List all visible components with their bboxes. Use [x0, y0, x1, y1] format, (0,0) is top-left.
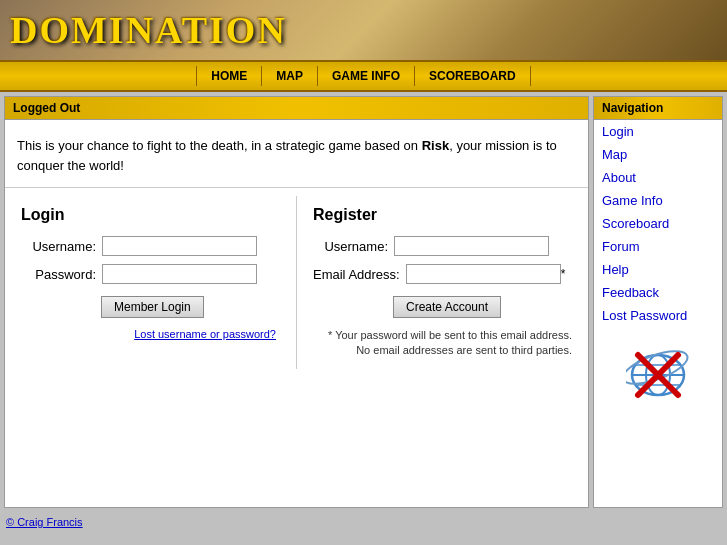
- register-username-label: Username:: [313, 239, 388, 254]
- register-email-input[interactable]: [406, 264, 561, 284]
- nav-scoreboard[interactable]: SCOREBOARD: [415, 66, 531, 86]
- header: DOMINATION: [0, 0, 727, 60]
- email-note-line2: No email addresses are sent to third par…: [313, 343, 572, 358]
- footer-copyright-link[interactable]: © Craig Francis: [6, 516, 83, 528]
- footer: © Craig Francis: [0, 512, 727, 532]
- sidebar-item-map[interactable]: Map: [594, 143, 722, 166]
- member-login-button[interactable]: Member Login: [101, 296, 204, 318]
- ie-icon: [626, 343, 690, 407]
- register-username-input[interactable]: [394, 236, 549, 256]
- sidebar-item-help[interactable]: Help: [594, 258, 722, 281]
- nav-map[interactable]: MAP: [262, 66, 318, 86]
- username-row: Username:: [21, 236, 280, 256]
- sidebar-item-lostpassword[interactable]: Lost Password: [594, 304, 722, 327]
- register-email-label: Email Address:: [313, 267, 400, 282]
- logo: DOMINATION: [0, 8, 287, 52]
- nav-home[interactable]: HOME: [196, 66, 262, 86]
- nav-gameinfo[interactable]: GAME INFO: [318, 66, 415, 86]
- register-button-row: Create Account: [313, 292, 572, 318]
- login-password-label: Password:: [21, 267, 96, 282]
- ie-icon-container: [594, 327, 722, 423]
- sidebar-header: Navigation: [594, 97, 722, 120]
- login-button-row: Member Login: [21, 292, 280, 318]
- sidebar-item-login[interactable]: Login: [594, 120, 722, 143]
- lost-password-link[interactable]: Lost username or password?: [21, 328, 280, 340]
- sidebar-item-about[interactable]: About: [594, 166, 722, 189]
- register-email-row: Email Address: *: [313, 264, 572, 284]
- intro-before-bold: This is your chance to fight to the deat…: [17, 138, 422, 153]
- password-row: Password:: [21, 264, 280, 284]
- register-username-row: Username:: [313, 236, 572, 256]
- content-header: Logged Out: [5, 97, 588, 120]
- main-layout: Logged Out This is your chance to fight …: [0, 92, 727, 512]
- email-note: * Your password will be sent to this ema…: [313, 328, 572, 359]
- intro-bold: Risk: [422, 138, 449, 153]
- sidebar-item-feedback[interactable]: Feedback: [594, 281, 722, 304]
- sidebar: Navigation Login Map About Game Info Sco…: [593, 96, 723, 508]
- content-area: Logged Out This is your chance to fight …: [4, 96, 589, 508]
- login-title: Login: [21, 206, 280, 224]
- intro-text: This is your chance to fight to the deat…: [5, 120, 588, 187]
- email-note-line1: * Your password will be sent to this ema…: [313, 328, 572, 343]
- login-password-input[interactable]: [102, 264, 257, 284]
- required-star: *: [561, 267, 566, 281]
- create-account-button[interactable]: Create Account: [393, 296, 501, 318]
- register-section: Register Username: Email Address: * Crea…: [297, 196, 588, 369]
- nav-bar: HOME MAP GAME INFO SCOREBOARD: [0, 60, 727, 92]
- sidebar-item-gameinfo[interactable]: Game Info: [594, 189, 722, 212]
- sidebar-item-scoreboard[interactable]: Scoreboard: [594, 212, 722, 235]
- login-username-input[interactable]: [102, 236, 257, 256]
- login-register-container: Login Username: Password: Member Login L…: [5, 187, 588, 377]
- register-title: Register: [313, 206, 572, 224]
- login-username-label: Username:: [21, 239, 96, 254]
- login-section: Login Username: Password: Member Login L…: [5, 196, 297, 369]
- sidebar-item-forum[interactable]: Forum: [594, 235, 722, 258]
